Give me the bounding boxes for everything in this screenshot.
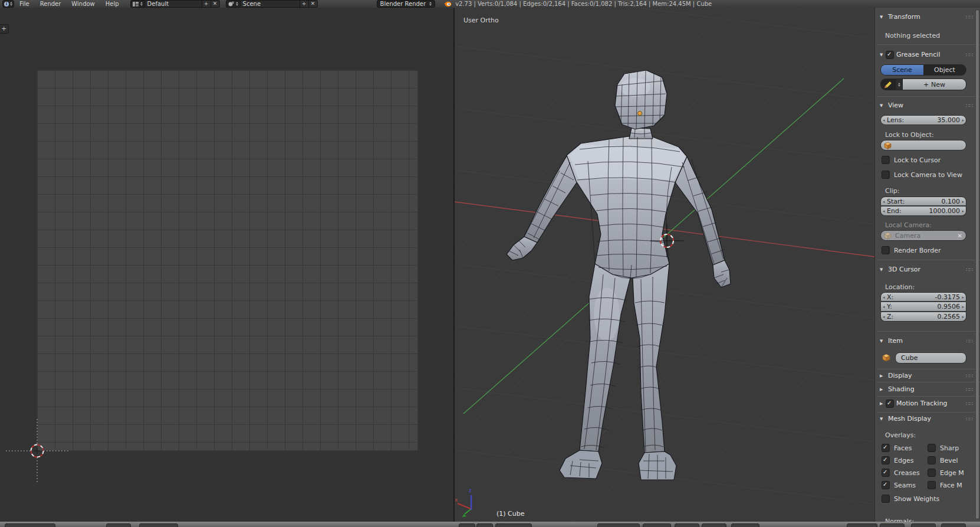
scene-spinner-icon[interactable]: [236, 2, 238, 6]
show-weights-checkbox[interactable]: [882, 495, 890, 503]
scene-add-button[interactable]: +: [300, 0, 309, 8]
panel-section-item[interactable]: ▼ Item ∷∷: [875, 336, 980, 345]
faces-checkbox[interactable]: [882, 444, 890, 452]
scene-delete-button[interactable]: ✕: [309, 0, 318, 8]
cursor-y-slider[interactable]: ◂ Y: 0.9506 ▸: [880, 302, 966, 312]
pencil-icon[interactable]: [881, 79, 895, 90]
info-editor-icon: i: [4, 2, 9, 6]
edges-checkbox[interactable]: [882, 456, 890, 464]
grease-pencil-checkbox[interactable]: [886, 51, 894, 59]
gp-data-row: + New: [880, 78, 966, 90]
layout-add-button[interactable]: +: [202, 0, 211, 8]
decrement-arrow-icon[interactable]: ◂: [883, 315, 885, 319]
face-marks-checkbox[interactable]: [928, 481, 936, 489]
cursor-location-label: Location:: [885, 283, 980, 291]
drag-grip-icon[interactable]: ∷∷: [966, 267, 973, 273]
lock-to-cursor-checkbox[interactable]: [882, 156, 890, 164]
editor-type-selector[interactable]: i: [2, 0, 14, 8]
decrement-arrow-icon[interactable]: ◂: [883, 199, 885, 204]
info-header: i File Render Window Help Default + ✕: [0, 0, 980, 8]
gp-object-button[interactable]: Object: [923, 65, 966, 75]
lens-slider[interactable]: ◂ Lens: 35.000 ▸: [880, 115, 966, 125]
creases-checkbox[interactable]: [882, 469, 890, 477]
decrement-arrow-icon[interactable]: ◂: [883, 209, 885, 214]
clip-end-slider[interactable]: ◂ End: 1000.000 ▸: [880, 207, 966, 216]
increment-arrow-icon[interactable]: ▸: [962, 118, 964, 123]
increment-arrow-icon[interactable]: ▸: [962, 209, 964, 214]
3d-cursor: [6, 419, 70, 483]
layout-spinner-icon[interactable]: [140, 2, 143, 6]
collapse-arrow-icon[interactable]: ▼: [880, 267, 886, 272]
viewport-user-ortho[interactable]: z x User Ortho (1) Cube: [455, 8, 874, 522]
decrement-arrow-icon[interactable]: ◂: [883, 118, 885, 123]
drag-grip-icon[interactable]: ∷∷: [966, 52, 973, 58]
drag-grip-icon[interactable]: ∷∷: [966, 103, 973, 109]
screen-layout-icon: [133, 2, 139, 6]
viewport-header-bottom[interactable]: [0, 522, 980, 527]
clip-start-slider[interactable]: ◂ Start: 0.100 ▸: [880, 197, 966, 206]
cursor-x-slider[interactable]: ◂ X: -0.3175 ▸: [880, 292, 966, 302]
collapse-arrow-icon[interactable]: ▼: [880, 103, 886, 108]
increment-arrow-icon[interactable]: ▸: [962, 305, 964, 309]
render-engine-dropdown[interactable]: Blender Render: [377, 0, 436, 8]
expand-arrow-icon[interactable]: ▶: [880, 374, 886, 378]
clear-camera-icon[interactable]: ✕: [958, 233, 962, 239]
gp-browse-spinner-icon[interactable]: [895, 79, 903, 90]
sharp-checkbox[interactable]: [928, 444, 936, 452]
viewport-canvas: z x: [455, 8, 874, 522]
layout-delete-button[interactable]: ✕: [211, 0, 220, 8]
drag-grip-icon[interactable]: ∷∷: [966, 401, 973, 407]
viewport-front-ortho[interactable]: +: [0, 8, 453, 522]
scene-name-field[interactable]: Scene: [241, 0, 300, 8]
lock-camera-checkbox[interactable]: [882, 171, 890, 179]
show-weights-row: Show Weights: [882, 495, 939, 503]
collapse-arrow-icon[interactable]: ▼: [880, 339, 886, 343]
overlay-creases-row: Creases: [882, 469, 920, 477]
increment-arrow-icon[interactable]: ▸: [962, 199, 964, 204]
panel-scrollbar[interactable]: [975, 9, 979, 519]
cursor-z-slider[interactable]: ◂ Z: 0.2565 ▸: [880, 312, 966, 322]
panel-section-shading[interactable]: ▶ Shading ∷∷: [875, 385, 980, 394]
lock-to-object-field[interactable]: [880, 140, 966, 150]
menu-render[interactable]: Render: [35, 1, 67, 7]
bevel-checkbox[interactable]: [928, 456, 936, 464]
collapse-arrow-icon[interactable]: ▼: [880, 417, 886, 421]
panel-section-motion-tracking[interactable]: ▶ Motion Tracking ∷∷: [875, 399, 980, 408]
gp-scene-button[interactable]: Scene: [881, 65, 923, 75]
axis-gizmo: z x: [455, 487, 472, 517]
panel-section-transform[interactable]: ▼ Transform ∷∷: [875, 12, 980, 21]
seams-checkbox[interactable]: [882, 481, 890, 489]
expand-arrow-icon[interactable]: ▶: [880, 387, 886, 392]
menu-file[interactable]: File: [14, 1, 35, 7]
object-name-field[interactable]: Cube: [895, 352, 966, 364]
expand-arrow-icon[interactable]: ▶: [880, 401, 886, 406]
menu-window[interactable]: Window: [66, 1, 100, 7]
collapse-arrow-icon[interactable]: ▼: [880, 15, 886, 19]
collapse-arrow-icon[interactable]: ▼: [880, 53, 886, 57]
drag-grip-icon[interactable]: ∷∷: [966, 14, 973, 20]
panel-section-mesh-display[interactable]: ▼ Mesh Display ∷∷: [875, 414, 980, 423]
overlay-faces-row: Faces: [882, 444, 912, 452]
panel-section-view[interactable]: ▼ View ∷∷: [875, 101, 980, 110]
editor-spinner-icon[interactable]: [10, 2, 12, 6]
increment-arrow-icon[interactable]: ▸: [962, 315, 964, 319]
gp-new-button[interactable]: + New: [903, 79, 966, 90]
drag-grip-icon[interactable]: ∷∷: [966, 338, 973, 344]
motion-tracking-checkbox[interactable]: [886, 400, 894, 408]
edge-marks-checkbox[interactable]: [928, 469, 936, 477]
panel-section-grease-pencil[interactable]: ▼ Grease Pencil ∷∷: [875, 50, 980, 59]
drag-grip-icon[interactable]: ∷∷: [966, 373, 973, 379]
drag-grip-icon[interactable]: ∷∷: [966, 387, 973, 392]
layout-name-field[interactable]: Default: [145, 0, 202, 8]
menu-help[interactable]: Help: [100, 1, 124, 7]
increment-arrow-icon[interactable]: ▸: [962, 295, 964, 300]
decrement-arrow-icon[interactable]: ◂: [883, 305, 885, 309]
clip-label: Clip:: [885, 187, 980, 195]
decrement-arrow-icon[interactable]: ◂: [883, 295, 885, 300]
local-camera-field[interactable]: Camera ✕: [880, 230, 966, 241]
panel-section-display[interactable]: ▶ Display ∷∷: [875, 371, 980, 380]
drag-grip-icon[interactable]: ∷∷: [966, 416, 973, 422]
panel-section-3d-cursor[interactable]: ▼ 3D Cursor ∷∷: [875, 265, 980, 274]
render-border-checkbox[interactable]: [882, 246, 890, 254]
object-cube-icon: [882, 353, 890, 364]
